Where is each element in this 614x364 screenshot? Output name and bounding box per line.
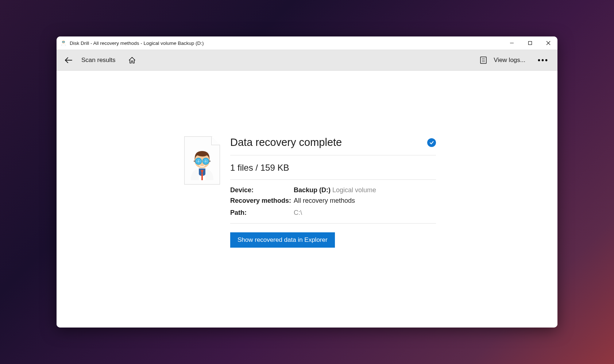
result-panel: Data recovery complete 1 files / 159 KB … bbox=[230, 136, 436, 328]
app-window: Disk Drill - All recovery methods - Logi… bbox=[57, 36, 557, 328]
avatar-icon bbox=[189, 147, 216, 180]
svg-rect-24 bbox=[194, 160, 196, 162]
svg-rect-4 bbox=[529, 42, 532, 45]
window-controls bbox=[503, 36, 557, 50]
more-dots-icon: ••• bbox=[538, 56, 549, 65]
success-check-icon bbox=[427, 138, 436, 147]
home-button[interactable] bbox=[127, 55, 138, 66]
result-wrapper: Data recovery complete 1 files / 159 KB … bbox=[184, 136, 436, 328]
toolbar-right: View logs... ••• bbox=[480, 56, 551, 65]
device-row: Device: Backup (D:) Logical volume bbox=[230, 186, 436, 194]
action-row: Show recovered data in Explorer bbox=[230, 224, 436, 248]
back-arrow-icon bbox=[65, 57, 73, 63]
info-table: Device: Backup (D:) Logical volume Recov… bbox=[230, 180, 436, 224]
result-header: Data recovery complete bbox=[230, 136, 436, 155]
content-area: Data recovery complete 1 files / 159 KB … bbox=[57, 71, 557, 328]
titlebar: Disk Drill - All recovery methods - Logi… bbox=[57, 36, 557, 50]
breadcrumb-label[interactable]: Scan results bbox=[81, 57, 116, 64]
device-value: Backup (D:) Logical volume bbox=[294, 186, 376, 194]
back-button[interactable] bbox=[63, 55, 74, 65]
svg-point-1 bbox=[62, 41, 63, 43]
toolbar-left: Scan results bbox=[63, 55, 138, 66]
path-label: Path: bbox=[230, 209, 294, 217]
result-avatar-frame bbox=[184, 136, 220, 185]
home-icon bbox=[128, 56, 136, 64]
device-type: Logical volume bbox=[332, 186, 376, 194]
svg-rect-25 bbox=[209, 160, 211, 162]
path-row: Path: C:\ bbox=[230, 209, 436, 217]
view-logs-button[interactable]: View logs... bbox=[494, 57, 525, 64]
minimize-button[interactable] bbox=[503, 36, 521, 50]
app-icon bbox=[60, 40, 67, 46]
path-value: C:\ bbox=[294, 209, 302, 217]
maximize-button[interactable] bbox=[521, 36, 539, 50]
window-title: Disk Drill - All recovery methods - Logi… bbox=[70, 40, 503, 46]
toolbar: Scan results View logs... ••• bbox=[57, 50, 557, 71]
summary-text: 1 files / 159 KB bbox=[230, 163, 436, 173]
show-in-explorer-button[interactable]: Show recovered data in Explorer bbox=[230, 232, 335, 248]
close-button[interactable] bbox=[539, 36, 557, 50]
methods-label: Recovery methods: bbox=[230, 197, 294, 205]
svg-rect-12 bbox=[201, 174, 203, 180]
methods-value: All recovery methods bbox=[294, 197, 355, 205]
svg-point-2 bbox=[63, 41, 65, 43]
device-name: Backup (D:) bbox=[294, 186, 331, 194]
document-list-icon bbox=[480, 56, 487, 64]
device-label: Device: bbox=[230, 186, 294, 194]
more-menu-button[interactable]: ••• bbox=[536, 56, 551, 65]
logs-icon-button[interactable] bbox=[480, 56, 487, 64]
methods-row: Recovery methods: All recovery methods bbox=[230, 197, 436, 205]
result-title: Data recovery complete bbox=[230, 136, 342, 148]
summary-row: 1 files / 159 KB bbox=[230, 155, 436, 180]
